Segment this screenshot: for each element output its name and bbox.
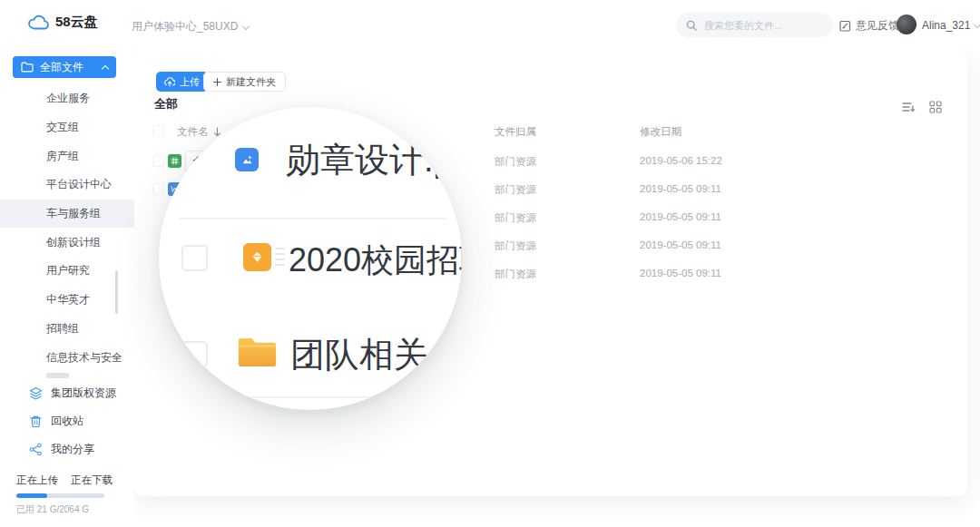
folder-icon [21, 62, 34, 73]
upload-button[interactable]: 上传 [156, 72, 208, 92]
search-input[interactable] [702, 19, 823, 32]
workspace-switcher[interactable]: 用户体验中心_58UXD [132, 19, 249, 34]
sidebar-item-group[interactable]: 信息技术与安全 [0, 343, 134, 372]
magnified-folder-name[interactable]: 团队相关 [290, 332, 428, 378]
filter-all-label[interactable]: 全部 [154, 96, 178, 112]
sidebar-item-label: 创新设计组 [46, 235, 101, 250]
row-divider [179, 218, 446, 220]
sidebar-item-label: 我的分享 [51, 442, 94, 457]
file-modified: 2019-05-06 15:22 [640, 155, 722, 166]
search-bar[interactable] [676, 13, 833, 37]
row-checkbox[interactable] [152, 155, 164, 167]
view-toggle [902, 101, 942, 113]
excel-file-icon [168, 154, 181, 168]
storage-usage-label: 已用 21 G/2064 G [16, 503, 118, 516]
sidebar-group-list: 企业服务 交互组 房产组 平台设计中心 车与服务组 创新设计组 用户研究 中华英… [0, 84, 134, 372]
column-header-filename[interactable]: 文件名 [177, 125, 221, 139]
trash-icon [29, 415, 43, 428]
sidebar-item-label: 招聘组 [46, 321, 79, 337]
sidebar-item-group[interactable]: 招聘组 [0, 315, 134, 344]
folder-icon [237, 335, 278, 373]
file-owner: 部门资源 [495, 211, 536, 225]
sidebar-item-label: 集团版权资源 [51, 385, 116, 401]
storage-progress-fill [16, 493, 47, 498]
sidebar-item-group-active[interactable]: 车与服务组 [0, 200, 134, 229]
user-avatar[interactable] [897, 15, 916, 34]
upload-button-label: 上传 [180, 75, 200, 89]
sidebar-item-group[interactable]: 平台设计中心 [0, 171, 134, 200]
sidebar-item-group[interactable]: 中华英才 [0, 286, 134, 315]
row-checkbox[interactable] [152, 183, 164, 195]
sidebar-item-label: 全部文件 [40, 60, 83, 75]
sort-desc-icon [213, 127, 221, 137]
username-label: Alina_321 [922, 19, 970, 32]
feedback-label: 意见反馈 [856, 18, 899, 34]
column-header-label: 文件名 [177, 125, 209, 139]
sidebar-item-group[interactable]: 创新设计组 [0, 228, 134, 257]
magnifier-overlay: 勋章设计.psd 2020校园招聘.s 团队相关 [159, 107, 462, 410]
magnified-file-name[interactable]: 2020校园招聘.s [289, 239, 462, 283]
sidebar-item-my-shares[interactable]: 我的分享 [0, 435, 134, 464]
sidebar-tool-list: 集团版权资源 回收站 我的分享 [0, 379, 134, 464]
sidebar-item-group[interactable]: 房产组 [0, 142, 134, 171]
cloud-logo-icon [27, 15, 49, 31]
app-logo: 58云盘 [27, 14, 98, 31]
plus-icon [213, 78, 221, 86]
uploading-label[interactable]: 正在上传 [16, 473, 58, 487]
file-owner: 部门资源 [495, 268, 536, 281]
clipped-sidebar-item [46, 373, 69, 378]
file-modified: 2019-05-05 09:11 [640, 239, 721, 250]
sidebar-item-label: 房产组 [46, 149, 79, 164]
file-modified: 2019-05-05 09:11 [640, 211, 721, 222]
grid-view-icon[interactable] [929, 101, 942, 113]
share-icon [29, 443, 43, 456]
layers-icon [29, 386, 43, 400]
feedback-button[interactable]: 意见反馈 [839, 18, 899, 34]
downloading-label[interactable]: 正在下载 [71, 473, 113, 487]
row-checkbox[interactable] [181, 245, 208, 271]
sidebar-scrollbar[interactable] [115, 270, 118, 314]
select-all-checkbox[interactable] [152, 125, 164, 137]
sidebar-item-label: 企业服务 [46, 91, 90, 106]
sidebar-item-recycle-bin[interactable]: 回收站 [0, 407, 134, 435]
sidebar-item-group[interactable]: 企业服务 [0, 84, 134, 113]
column-header-modified[interactable]: 修改日期 [640, 125, 681, 139]
workspace-label: 用户体验中心_58UXD [132, 19, 238, 34]
search-icon [686, 20, 697, 31]
file-modified: 2019-05-05 09:11 [640, 268, 721, 278]
sidebar-item-group[interactable]: 交互组 [0, 113, 134, 142]
sidebar-item-label: 车与服务组 [46, 206, 101, 221]
sketch-file-icon [243, 243, 271, 271]
app-window: 58云盘 用户体验中心_58UXD 意见反馈 Alina_321 [0, 0, 980, 527]
topbar: 58云盘 用户体验中心_58UXD 意见反馈 Alina_321 [0, 0, 980, 50]
sidebar-item-label: 平台设计中心 [46, 177, 112, 192]
app-title: 58云盘 [55, 14, 98, 31]
file-owner: 部门资源 [495, 239, 536, 253]
feedback-icon [839, 20, 851, 32]
list-view-icon[interactable] [902, 101, 916, 113]
sidebar-item-label: 用户研究 [46, 263, 90, 278]
chevron-down-icon [242, 22, 250, 29]
new-folder-button[interactable]: 新建文件夹 [203, 72, 286, 92]
new-folder-label: 新建文件夹 [226, 75, 276, 89]
chevron-up-icon [102, 64, 109, 72]
sidebar-item-all-files[interactable]: 全部文件 [13, 56, 116, 78]
storage-progress-bar [16, 493, 104, 498]
upload-cloud-icon [164, 77, 175, 87]
column-header-owner[interactable]: 文件归属 [495, 125, 536, 139]
file-owner: 部门资源 [495, 183, 536, 197]
file-preview-lines [275, 248, 285, 266]
file-modified: 2019-05-05 09:11 [640, 183, 721, 194]
sidebar-item-label: 信息技术与安全 [46, 350, 122, 366]
transfer-status: 正在上传 正在下载 已用 21 G/2064 G [16, 473, 118, 516]
sidebar-item-label: 交互组 [46, 120, 79, 135]
sidebar-item-label: 回收站 [51, 414, 83, 429]
psd-file-icon [235, 148, 259, 171]
sidebar-item-group[interactable]: 用户研究 [0, 257, 134, 286]
sidebar-item-copyright-resources[interactable]: 集团版权资源 [0, 379, 134, 407]
sidebar: 全部文件 企业服务 交互组 房产组 平台设计中心 车与服务组 创新设计组 用户研… [0, 50, 134, 527]
user-menu[interactable]: Alina_321 [922, 19, 980, 32]
sidebar-item-label: 中华英才 [46, 292, 90, 307]
file-owner: 部门资源 [495, 155, 536, 169]
chevron-down-icon [974, 21, 980, 28]
